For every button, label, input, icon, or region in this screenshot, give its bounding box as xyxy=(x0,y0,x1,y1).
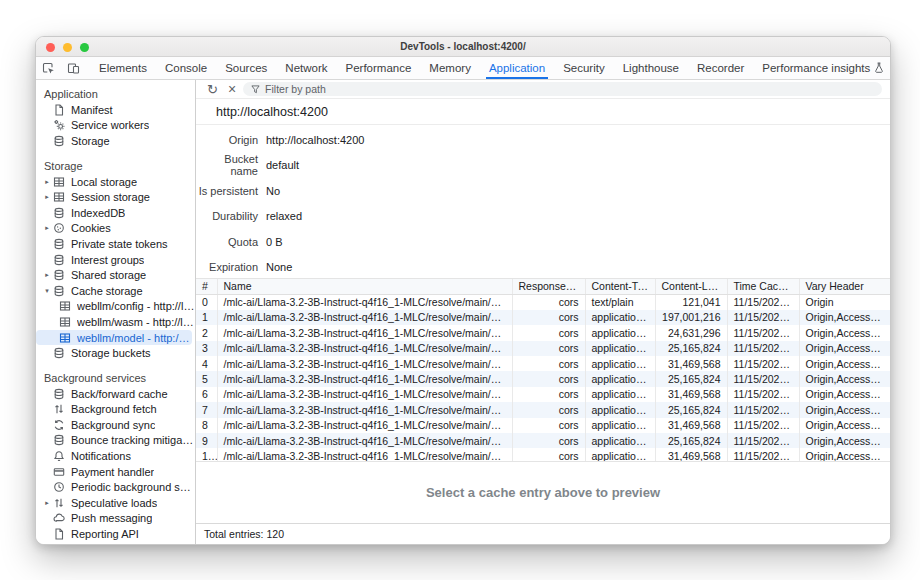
sidebar-item-label: Storage xyxy=(71,135,110,147)
tab-label: Console xyxy=(165,62,207,74)
sidebar-item-storage[interactable]: Storage xyxy=(36,133,195,149)
sidebar-item-back-forward-cache[interactable]: Back/forward cache xyxy=(36,386,195,402)
preview-placeholder-text: Select a cache entry above to preview xyxy=(426,485,660,500)
chevron-right-icon[interactable]: ▸ xyxy=(42,224,52,232)
cache-entry-row[interactable]: 7/mlc-ai/Llama-3.2-3B-Instruct-q4f16_1-M… xyxy=(196,402,890,417)
sidebar-item-notifications[interactable]: Notifications xyxy=(36,448,195,464)
card-icon xyxy=(52,465,65,478)
cell-response-type: cors xyxy=(512,341,585,356)
chevron-right-icon[interactable]: ▸ xyxy=(42,178,52,186)
flask-icon xyxy=(874,62,884,75)
sidebar-item-periodic-background-sync[interactable]: Periodic background sync xyxy=(36,479,195,495)
cache-entries-table-wrap: #NameResponse-TypeContent-TypeContent-Le… xyxy=(196,278,890,462)
column-header-vary-header[interactable]: Vary Header xyxy=(799,279,890,294)
cell-response-type: cors xyxy=(512,325,585,340)
grid-icon xyxy=(58,331,71,344)
cache-entry-row[interactable]: 3/mlc-ai/Llama-3.2-3B-Instruct-q4f16_1-M… xyxy=(196,341,890,356)
cell-content-length: 31,469,568 xyxy=(655,448,727,462)
sidebar-section-background-services: Background servicesBack/forward cacheBac… xyxy=(36,370,195,542)
cell-response-type: cors xyxy=(512,448,585,462)
sidebar-item-speculative-loads[interactable]: ▸Speculative loads xyxy=(36,495,195,511)
sidebar-item-webllm-model-http-loc[interactable]: webllm/model - http://loc… xyxy=(36,330,192,346)
sidebar-item-service-workers[interactable]: Service workers xyxy=(36,118,195,134)
tab-recorder[interactable]: Recorder xyxy=(688,57,753,79)
cell-vary-header: Origin,Access… xyxy=(799,402,890,417)
tab-performance[interactable]: Performance xyxy=(337,57,421,79)
cell-content-type: application/oc… xyxy=(585,433,655,448)
cache-entry-row[interactable]: 4/mlc-ai/Llama-3.2-3B-Instruct-q4f16_1-M… xyxy=(196,356,890,371)
database-icon xyxy=(52,434,65,447)
sidebar-item-label: IndexedDB xyxy=(71,207,125,219)
tab-label: Sources xyxy=(225,62,267,74)
tab-memory[interactable]: Memory xyxy=(420,57,480,79)
sidebar-item-webllm-wasm-http-loca[interactable]: webllm/wasm - http://loca… xyxy=(36,314,195,330)
cell-content-type: application/oc… xyxy=(585,448,655,462)
cell-name: /mlc-ai/Llama-3.2-3B-Instruct-q4f16_1-ML… xyxy=(217,418,512,433)
sidebar-item-push-messaging[interactable]: Push messaging xyxy=(36,511,195,527)
sidebar-item-label: Back/forward cache xyxy=(71,388,168,400)
metadata-row-bucket-name: Bucket namedefault xyxy=(196,153,890,179)
panel-tabs: ElementsConsoleSourcesNetworkPerformance… xyxy=(90,57,891,79)
sidebar-item-cookies[interactable]: ▸Cookies xyxy=(36,221,195,237)
cell--: 2 xyxy=(196,325,217,340)
refresh-icon[interactable]: ↻ xyxy=(204,83,221,96)
tab-application[interactable]: Application xyxy=(480,57,554,79)
sidebar-item-label: webllm/wasm - http://loca… xyxy=(77,316,195,328)
toggle-device-toolbar-icon[interactable] xyxy=(61,57,86,79)
sidebar-item-private-state-tokens[interactable]: Private state tokens xyxy=(36,236,195,252)
sidebar-item-bounce-tracking-mitigations[interactable]: Bounce tracking mitigations xyxy=(36,433,195,449)
sidebar-item-session-storage[interactable]: ▸Session storage xyxy=(36,189,195,205)
sidebar-item-label: Service workers xyxy=(71,119,149,131)
tab-performance-insights[interactable]: Performance insights xyxy=(753,57,891,79)
column-header-time-cached[interactable]: Time Cached xyxy=(727,279,799,294)
cache-entry-row[interactable]: 6/mlc-ai/Llama-3.2-3B-Instruct-q4f16_1-M… xyxy=(196,387,890,402)
sidebar-item-webllm-config-http-loc[interactable]: webllm/config - http://loc… xyxy=(36,299,195,315)
sidebar-item-reporting-api[interactable]: Reporting API xyxy=(36,526,195,542)
cache-entry-row[interactable]: 9/mlc-ai/Llama-3.2-3B-Instruct-q4f16_1-M… xyxy=(196,433,890,448)
zoom-window-button[interactable] xyxy=(80,43,89,52)
sidebar-item-shared-storage[interactable]: ▸Shared storage xyxy=(36,267,195,283)
tab-console[interactable]: Console xyxy=(156,57,216,79)
sidebar-item-background-fetch[interactable]: Background fetch xyxy=(36,402,195,418)
cell-content-type: application/oc… xyxy=(585,310,655,325)
column-header--[interactable]: # xyxy=(196,279,217,294)
file-icon xyxy=(52,103,65,116)
sidebar-item-local-storage[interactable]: ▸Local storage xyxy=(36,174,195,190)
chevron-right-icon[interactable]: ▸ xyxy=(42,499,52,507)
inspect-element-icon[interactable] xyxy=(36,57,61,79)
cache-entry-row[interactable]: 2/mlc-ai/Llama-3.2-3B-Instruct-q4f16_1-M… xyxy=(196,325,890,340)
cell-name: /mlc-ai/Llama-3.2-3B-Instruct-q4f16_1-ML… xyxy=(217,325,512,340)
cache-entry-row[interactable]: 0/mlc-ai/Llama-3.2-3B-Instruct-q4f16_1-M… xyxy=(196,294,890,309)
sidebar-item-indexeddb[interactable]: IndexedDB xyxy=(36,205,195,221)
delete-selected-icon[interactable]: × xyxy=(225,83,239,96)
column-header-response-type[interactable]: Response-Type xyxy=(512,279,585,294)
sidebar-item-interest-groups[interactable]: Interest groups xyxy=(36,252,195,268)
column-header-name[interactable]: Name xyxy=(217,279,512,294)
cache-entry-row[interactable]: 8/mlc-ai/Llama-3.2-3B-Instruct-q4f16_1-M… xyxy=(196,418,890,433)
metadata-value: No xyxy=(266,185,280,197)
cache-entry-row[interactable]: 10/mlc-ai/Llama-3.2-3B-Instruct-q4f16_1-… xyxy=(196,448,890,462)
tab-network[interactable]: Network xyxy=(276,57,336,79)
cache-entry-row[interactable]: 5/mlc-ai/Llama-3.2-3B-Instruct-q4f16_1-M… xyxy=(196,371,890,386)
cache-entry-row[interactable]: 1/mlc-ai/Llama-3.2-3B-Instruct-q4f16_1-M… xyxy=(196,310,890,325)
chevron-down-icon[interactable]: ▾ xyxy=(42,287,52,295)
close-window-button[interactable] xyxy=(46,43,55,52)
chevron-right-icon[interactable]: ▸ xyxy=(42,271,52,279)
column-header-content-type[interactable]: Content-Type xyxy=(585,279,655,294)
tab-security[interactable]: Security xyxy=(554,57,614,79)
metadata-label: Quota xyxy=(196,236,258,248)
sidebar-item-background-sync[interactable]: Background sync xyxy=(36,417,195,433)
tab-label: Security xyxy=(563,62,605,74)
tab-elements[interactable]: Elements xyxy=(90,57,156,79)
column-header-content-length[interactable]: Content-Length xyxy=(655,279,727,294)
sidebar-item-cache-storage[interactable]: ▾Cache storage xyxy=(36,283,195,299)
minimize-window-button[interactable] xyxy=(63,43,72,52)
chevron-right-icon[interactable]: ▸ xyxy=(42,193,52,201)
sidebar-item-label: Session storage xyxy=(71,191,150,203)
tab-lighthouse[interactable]: Lighthouse xyxy=(614,57,688,79)
sidebar-item-payment-handler[interactable]: Payment handler xyxy=(36,464,195,480)
sidebar-item-storage-buckets[interactable]: Storage buckets xyxy=(36,345,195,361)
sidebar-item-manifest[interactable]: Manifest xyxy=(36,102,195,118)
filter-input[interactable]: Filter by path xyxy=(243,82,882,96)
tab-sources[interactable]: Sources xyxy=(216,57,276,79)
